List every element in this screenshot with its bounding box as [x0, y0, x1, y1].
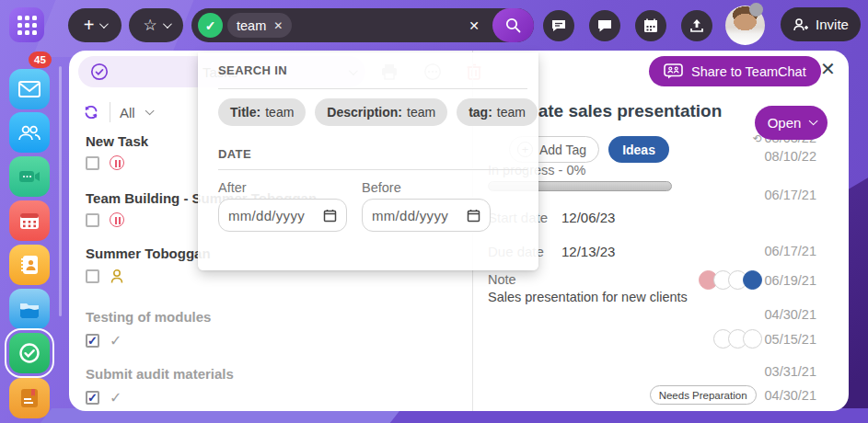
filter-all-dropdown[interactable]: All	[120, 105, 135, 120]
tasks-circle-check-icon	[90, 63, 109, 81]
invite-button[interactable]: Invite	[781, 7, 861, 41]
task-title[interactable]: New Task	[86, 133, 148, 149]
status-tag: Needs Preparation	[650, 385, 757, 405]
search-clear-icon[interactable]: ✕	[469, 18, 480, 33]
search-in-heading: SEARCH IN	[218, 63, 287, 77]
status-open-dropdown[interactable]: Open	[755, 106, 827, 140]
task-title[interactable]: Summer Toboggan	[86, 246, 211, 261]
assignee-avatar	[743, 329, 762, 349]
divider	[110, 102, 110, 122]
chevron-down-icon	[163, 19, 172, 29]
sidebar-item-team[interactable]	[9, 112, 50, 153]
calendar-picker-icon[interactable]	[467, 209, 480, 223]
chat-button[interactable]	[589, 10, 620, 41]
note-label: Note	[488, 272, 516, 287]
calendar-picker-icon[interactable]	[323, 209, 337, 223]
chevron-down-icon	[145, 106, 154, 115]
app-launcher-button[interactable]	[9, 7, 44, 42]
tag-ideas[interactable]: Ideas	[608, 136, 669, 163]
star-icon: ☆	[143, 16, 156, 35]
before-label: Before	[362, 180, 401, 195]
sidebar-item-mail[interactable]	[9, 69, 50, 109]
divider	[218, 169, 527, 170]
sidebar-item-notes[interactable]	[9, 378, 50, 418]
sidebar-item-contacts[interactable]	[9, 245, 50, 285]
task-dates: 03/31/21	[765, 364, 816, 379]
tasks-app-filter-icon: ✓	[198, 13, 223, 38]
upload-icon	[689, 17, 705, 34]
refresh-button[interactable]	[82, 103, 100, 121]
task-title[interactable]: Testing of modules	[86, 309, 211, 325]
start-date-value: 12/06/23	[561, 210, 615, 225]
task-checkbox[interactable]	[86, 269, 99, 283]
task-detail-title: Create sales presentation	[509, 101, 722, 121]
task-checkbox[interactable]	[86, 213, 99, 227]
chip-close-icon[interactable]: ✕	[273, 19, 283, 32]
filter-tag-pill[interactable]: tag:team	[457, 98, 538, 126]
date-heading: DATE	[218, 147, 251, 161]
teamchat-icon	[664, 63, 683, 79]
search-icon	[504, 17, 522, 34]
person-add-icon	[793, 17, 809, 32]
task-dates: 04/30/21	[765, 307, 816, 322]
invite-label: Invite	[816, 17, 849, 32]
plus-icon: +	[84, 15, 95, 36]
search-filter-dropdown: SEARCH IN Title:team Description:team ta…	[198, 52, 538, 270]
contacts-book-icon	[19, 255, 40, 275]
completed-status-icon: ✓	[110, 389, 122, 406]
task-check-icon	[17, 341, 41, 365]
task-checkbox-checked[interactable]: ✓	[86, 391, 99, 405]
task-assignees: 05/15/21	[718, 329, 816, 349]
task-assignees: 06/19/21	[703, 270, 816, 290]
paused-status-icon	[110, 212, 124, 227]
feedback-button[interactable]	[543, 10, 574, 41]
share-label: Share to TeamChat	[691, 64, 806, 79]
folder-icon	[18, 301, 41, 318]
assignee-icon	[110, 269, 124, 284]
speech-bubble-icon	[596, 17, 613, 34]
task-title[interactable]: Submit audit materials	[86, 366, 234, 382]
task-dates: 06/17/21	[765, 188, 816, 202]
paused-status-icon	[110, 155, 124, 170]
favorites-button[interactable]: ☆	[129, 8, 183, 42]
close-icon[interactable]: ✕	[820, 58, 836, 80]
search-query-chip[interactable]: team ✕	[227, 13, 292, 38]
divider	[218, 88, 527, 89]
after-date-input[interactable]: mm/dd/yyyy	[218, 199, 347, 232]
calendar-icon	[19, 212, 40, 230]
sidebar-scrollbar[interactable]	[59, 66, 62, 316]
share-upload-button[interactable]	[681, 10, 712, 41]
people-icon	[17, 124, 41, 141]
after-label: After	[218, 180, 247, 195]
before-date-input[interactable]: mm/dd/yyyy	[362, 199, 491, 232]
sidebar-item-files[interactable]	[9, 289, 50, 329]
due-date-value: 12/13/23	[561, 244, 615, 259]
sidebar-item-tasks-active[interactable]	[9, 333, 50, 373]
chevron-down-icon	[809, 116, 818, 125]
note-text: Sales presentation for new clients	[488, 290, 688, 304]
task-tag-row: Needs Preparation 04/30/21	[650, 385, 816, 405]
new-item-button[interactable]: +	[68, 8, 122, 42]
notebook-icon	[19, 388, 40, 408]
mail-icon	[18, 81, 41, 97]
sidebar-item-video-call[interactable]	[9, 156, 50, 197]
status-dot	[749, 3, 763, 17]
task-dates: 06/17/21	[765, 244, 816, 258]
filter-title-pill[interactable]: Title:team	[218, 98, 306, 126]
search-button[interactable]	[492, 8, 534, 42]
task-checkbox-checked[interactable]: ✓	[86, 334, 99, 348]
task-checkbox[interactable]	[86, 156, 99, 170]
calendar-button[interactable]	[635, 10, 666, 41]
mail-badge: 45	[29, 51, 52, 68]
completed-status-icon: ✓	[110, 332, 122, 349]
chat-lines-icon	[550, 17, 567, 34]
search-bar[interactable]: ✓ team ✕ ✕	[191, 8, 534, 42]
share-to-teamchat-button[interactable]: Share to TeamChat	[649, 56, 821, 86]
search-query-text: team	[237, 18, 266, 33]
assignee-avatar	[743, 270, 762, 290]
chevron-down-icon	[99, 19, 109, 29]
sidebar-item-calendar[interactable]	[9, 200, 50, 241]
calendar-icon	[642, 17, 659, 34]
video-camera-icon	[18, 169, 41, 184]
filter-description-pill[interactable]: Description:team	[315, 98, 447, 126]
